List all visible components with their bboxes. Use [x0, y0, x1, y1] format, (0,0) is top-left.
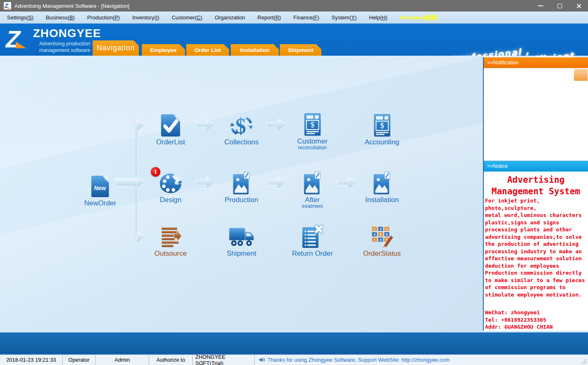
- app-window: Z Advertising Management Software - [Nav…: [0, 0, 588, 365]
- resize-grip[interactable]: [582, 359, 587, 364]
- notice-line: processing industry to make an: [484, 248, 588, 255]
- flow-arrow: [266, 118, 288, 132]
- notice-contact-line: Addr: GUANGZHOU CHIAN: [484, 323, 588, 331]
- flow-node-label: Customer: [297, 138, 328, 145]
- flow-node-orderstatus[interactable]: OrderStatus: [357, 225, 407, 257]
- notification-body: [484, 68, 588, 161]
- flow-node-label: Installation: [365, 196, 398, 204]
- flow-node-label: Outsource: [155, 250, 187, 257]
- notice-line: plastic,signs and signs: [484, 219, 588, 226]
- menu-item-organization[interactable]: Organization: [208, 12, 251, 23]
- notice-text: For inkjet print,photo,sculpture,metal w…: [484, 197, 588, 298]
- tab-employee[interactable]: Employee: [142, 44, 185, 56]
- notification-header: >>Notification: [484, 57, 588, 68]
- flow-arrow: [195, 118, 217, 132]
- tab-navigation[interactable]: Navigation: [93, 40, 139, 56]
- maximize-icon: [558, 4, 562, 8]
- menu-item-finance[interactable]: Finance(F): [287, 12, 326, 23]
- flow-node-collections[interactable]: Collections: [217, 113, 266, 146]
- status-datetime: 2018-01-23 19:21:33: [0, 355, 63, 365]
- flow-node-label: Shipment: [227, 250, 256, 257]
- notice-header: >>Notice: [484, 161, 588, 172]
- flow-node-design[interactable]: 1Design: [146, 171, 195, 204]
- brand-logo-icon: Z: [4, 27, 30, 52]
- tab-shipment[interactable]: Shipment: [280, 44, 321, 56]
- notice-line: advertising companies,to solve: [484, 233, 588, 241]
- status-authorize-label: Authorize to: [149, 355, 193, 365]
- menu-item-inventory[interactable]: Inventory(I): [126, 12, 166, 23]
- brand-name: ZHONGYEE: [33, 27, 101, 40]
- return-icon: [302, 225, 323, 249]
- status-license: ZHONGYEE SOFT(Trial): [193, 355, 255, 365]
- doc-new-icon: [90, 174, 110, 198]
- flow-node-outsource[interactable]: Outsource: [146, 225, 195, 257]
- flow-node-label: Design: [160, 196, 182, 204]
- flow-node-shipment[interactable]: Shipment: [217, 225, 266, 257]
- palette-icon: [158, 171, 183, 195]
- notice-line: the production of advertising: [484, 240, 588, 248]
- status-message-text: Thanks for using Zhongyee Software, Supp…: [267, 357, 450, 363]
- menu-item-business[interactable]: Business(B): [40, 12, 81, 23]
- flow-node-production[interactable]: Production: [217, 171, 266, 204]
- flow-arrow: [337, 175, 358, 190]
- notice-contact-line: WeChat: zhongyee1: [484, 309, 588, 316]
- notice-title-line-1: Advertising: [484, 174, 588, 186]
- notice-contact-line: Tel: +8618922353305: [484, 316, 588, 324]
- status-operator-value: Admin: [96, 355, 149, 365]
- tab-order-list[interactable]: Order List: [186, 44, 229, 56]
- navigation-canvas: OrderListCollectionsCustomerreconciliati…: [0, 56, 483, 332]
- menu-item-settings[interactable]: Settings(S): [1, 12, 40, 23]
- flow-node-neworder[interactable]: NewOrder: [75, 174, 125, 207]
- notice-line: to make similar to a few pieces: [484, 277, 588, 284]
- status-operator-label: Operator: [63, 355, 96, 365]
- side-panel: >>Notification >>Notice Advertising Mana…: [483, 57, 588, 331]
- outsource-icon: [159, 225, 182, 249]
- menu-item-customer[interactable]: Customer(C): [166, 12, 208, 23]
- flow-node-orderlist[interactable]: OrderList: [146, 113, 195, 146]
- notice-line: metal word,luminous characters: [484, 212, 588, 219]
- tab-installation[interactable]: Installation: [231, 44, 279, 56]
- menu-item-system[interactable]: System(Y): [326, 12, 363, 23]
- flow-node-label: Production: [225, 196, 258, 204]
- window-title: Advertising Management Software - [Navig…: [14, 3, 129, 9]
- flow-node-returnorder[interactable]: Return Order: [288, 225, 337, 257]
- flow-node-label: After: [305, 196, 320, 204]
- title-bar: Z Advertising Management Software - [Nav…: [0, 0, 588, 12]
- maximize-button[interactable]: [550, 0, 569, 12]
- notice-line: effective measurement solution: [484, 255, 588, 262]
- notice-line: deduction for employees: [484, 262, 588, 270]
- flow-node-after[interactable]: Aftertreatment: [288, 171, 337, 209]
- notice-title-line-2: Management System: [484, 186, 588, 197]
- minimize-button[interactable]: [531, 0, 550, 12]
- bottom-band: [0, 332, 588, 354]
- flow-node-label: Collections: [224, 139, 258, 146]
- photo-icon: [232, 171, 251, 195]
- notice-contact: WeChat: zhongyee1Tel: +8618922353305Addr…: [484, 309, 588, 331]
- app-logo-icon: Z: [4, 2, 11, 9]
- flow-node-custrec[interactable]: Customerreconciliation: [288, 113, 337, 151]
- flow-branch-arrow: [136, 119, 146, 132]
- header-banner: Z ZHONGYEE Advertising production manage…: [0, 24, 588, 56]
- menu-item-help[interactable]: Help(H): [363, 12, 394, 23]
- flow-node-accounting[interactable]: Accounting: [357, 113, 407, 146]
- flow-node-label: NewOrder: [84, 200, 116, 207]
- invoice-icon: [303, 113, 322, 137]
- calc-icon: [370, 225, 394, 249]
- menu-item-report[interactable]: Report(R): [251, 12, 287, 23]
- close-icon: [576, 3, 581, 9]
- speaker-icon: [259, 357, 265, 363]
- photo-icon: [373, 171, 391, 195]
- notification-scrollbar-thumb[interactable]: [574, 69, 588, 81]
- flow-arrow: [266, 175, 288, 190]
- close-button[interactable]: [569, 0, 588, 12]
- flow-node-installation[interactable]: Installation: [357, 171, 407, 204]
- invoice-icon: [373, 113, 391, 137]
- flow-node-label: treatment: [302, 204, 323, 209]
- notification-badge: 1: [151, 167, 160, 177]
- photo-icon: [303, 171, 322, 195]
- menu-item-production[interactable]: Production(P): [81, 12, 126, 23]
- notice-line: stimulate employee motivation.: [484, 291, 588, 299]
- menu-item-purchase[interactable]: Purchase(購買): [394, 12, 444, 24]
- flow-arrow: [195, 175, 217, 190]
- minimize-icon: [538, 5, 543, 6]
